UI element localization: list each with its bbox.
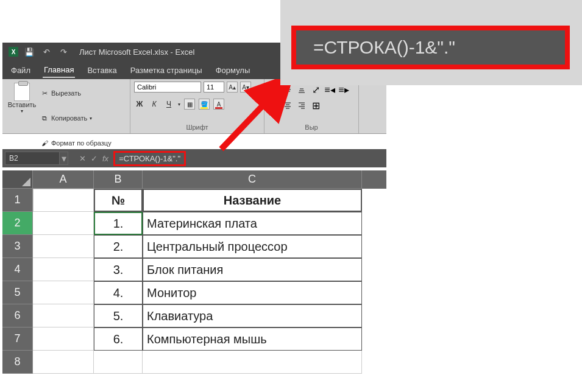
cell[interactable]: 2. [94, 235, 143, 258]
cell[interactable]: Блок питания [143, 258, 362, 281]
align-left-button[interactable] [268, 100, 279, 111]
cell[interactable] [143, 351, 362, 374]
align-middle-button[interactable] [282, 84, 293, 95]
undo-icon[interactable]: ↶ [40, 46, 52, 58]
font-group: A▴ A▾ Ж К Ч ▾ ▦ 🪣 A Шрифт [130, 79, 264, 133]
cell[interactable] [33, 304, 94, 327]
increase-font-button[interactable]: A▴ [227, 82, 238, 93]
copy-button[interactable]: ⧉Копировать▾ [40, 107, 112, 130]
cell[interactable] [33, 235, 94, 258]
alignment-group: ⤢ ≡◂ ≡▸ ⊞ Выр [264, 79, 359, 133]
row-header[interactable]: 2 [2, 212, 33, 235]
tab-file[interactable]: Файл [10, 63, 32, 77]
cell-header-num[interactable]: № [94, 189, 143, 212]
cut-button[interactable]: ✂Вырезать [40, 82, 112, 105]
select-all-corner[interactable] [2, 170, 33, 189]
clipboard-group: Вставить ▾ ✂Вырезать ⧉Копировать▾ 🖌Форма… [2, 79, 130, 133]
cancel-formula-icon[interactable]: ✕ [79, 154, 86, 163]
cell[interactable]: 3. [94, 258, 143, 281]
tab-home[interactable]: Главная [43, 63, 75, 78]
tab-insert[interactable]: Вставка [86, 63, 118, 77]
underline-button[interactable]: Ч [163, 100, 174, 108]
table-row: 6 5. Клавиатура [2, 304, 386, 327]
table-row: 8 [2, 351, 386, 374]
align-center-button[interactable] [282, 100, 293, 111]
formula-bar-value: =СТРОКА()-1&"." [119, 154, 180, 163]
cell[interactable]: Центральный процессор [143, 235, 362, 258]
selected-cell[interactable]: 1. [94, 212, 143, 235]
cell[interactable] [33, 351, 94, 374]
name-box[interactable]: B2 [5, 152, 60, 165]
borders-button[interactable]: ▦ [184, 99, 195, 110]
save-icon[interactable]: 💾 [23, 46, 35, 58]
format-painter-label: Формат по образцу [51, 139, 112, 147]
chevron-down-icon: ▾ [178, 102, 180, 107]
font-group-label: Шрифт [134, 124, 260, 131]
tab-page-layout[interactable]: Разметка страницы [129, 63, 204, 77]
merge-cells-button[interactable]: ⊞ [310, 100, 321, 111]
bold-button[interactable]: Ж [134, 100, 145, 108]
orientation-button[interactable]: ⤢ [310, 84, 321, 95]
cell[interactable]: 4. [94, 281, 143, 304]
spreadsheet-grid: A B C 1 № Название 2 1. Материнская плат… [2, 170, 386, 374]
cell[interactable] [33, 189, 94, 212]
brush-icon: 🖌 [40, 139, 49, 147]
redo-icon[interactable]: ↷ [57, 46, 69, 58]
italic-button[interactable]: К [149, 100, 160, 108]
align-top-button[interactable] [268, 84, 279, 95]
decrease-font-button[interactable]: A▾ [240, 82, 251, 93]
col-header-c[interactable]: C [143, 170, 362, 189]
align-right-button[interactable] [296, 100, 307, 111]
formula-callout: =СТРОКА()-1&"." [280, 0, 582, 85]
enter-formula-icon[interactable]: ✓ [91, 154, 98, 163]
name-box-dropdown[interactable]: ▾ [60, 152, 68, 165]
scissors-icon: ✂ [40, 89, 49, 97]
font-color-button[interactable]: A [213, 99, 224, 110]
cell[interactable] [33, 212, 94, 235]
table-row: 2 1. Материнская плата [2, 212, 386, 235]
window-title: Лист Microsoft Excel.xlsx - Excel [79, 47, 194, 57]
row-header[interactable]: 3 [2, 235, 33, 258]
copy-label: Копировать [51, 114, 87, 122]
font-size-select[interactable] [204, 82, 224, 93]
name-box-value: B2 [9, 154, 18, 163]
col-header-a[interactable]: A [33, 170, 94, 189]
decrease-indent-button[interactable]: ≡◂ [324, 84, 335, 95]
tab-formulas[interactable]: Формулы [215, 63, 252, 77]
col-header-b[interactable]: B [94, 170, 143, 189]
row-header[interactable]: 5 [2, 281, 33, 304]
cell[interactable] [94, 351, 143, 374]
fill-color-button[interactable]: 🪣 [199, 99, 210, 110]
row-header[interactable]: 7 [2, 327, 33, 351]
increase-indent-button[interactable]: ≡▸ [338, 84, 349, 95]
fx-icon[interactable]: fx [102, 154, 108, 163]
cell[interactable]: Компьютерная мышь [143, 327, 362, 351]
cell[interactable] [33, 327, 94, 351]
row-header[interactable]: 6 [2, 304, 33, 327]
cell[interactable] [33, 281, 94, 304]
table-row: 5 4. Монитор [2, 281, 386, 304]
formula-bar-row: B2 ▾ ✕ ✓ fx =СТРОКА()-1&"." [2, 149, 386, 167]
cell-header-name[interactable]: Название [143, 189, 362, 212]
font-name-select[interactable] [134, 82, 201, 93]
chevron-down-icon: ▾ [21, 108, 23, 114]
formula-bar[interactable]: =СТРОКА()-1&"." [113, 151, 186, 166]
row-header[interactable]: 4 [2, 258, 33, 281]
cell[interactable]: Материнская плата [143, 212, 362, 235]
ribbon: Вставить ▾ ✂Вырезать ⧉Копировать▾ 🖌Форма… [2, 79, 386, 134]
column-headers: A B C [2, 170, 386, 189]
row-header[interactable]: 8 [2, 351, 33, 374]
paste-button[interactable]: Вставить ▾ [6, 82, 38, 155]
cell[interactable]: 6. [94, 327, 143, 351]
cell[interactable]: Клавиатура [143, 304, 362, 327]
row-header[interactable]: 1 [2, 189, 33, 212]
cell[interactable] [33, 258, 94, 281]
chevron-down-icon: ▾ [90, 116, 92, 121]
alignment-group-label: Выр [268, 124, 355, 131]
table-row: 4 3. Блок питания [2, 258, 386, 281]
cell[interactable]: Монитор [143, 281, 362, 304]
align-bottom-button[interactable] [296, 84, 307, 95]
cut-label: Вырезать [51, 89, 81, 97]
cell[interactable]: 5. [94, 304, 143, 327]
table-row: 1 № Название [2, 189, 386, 212]
